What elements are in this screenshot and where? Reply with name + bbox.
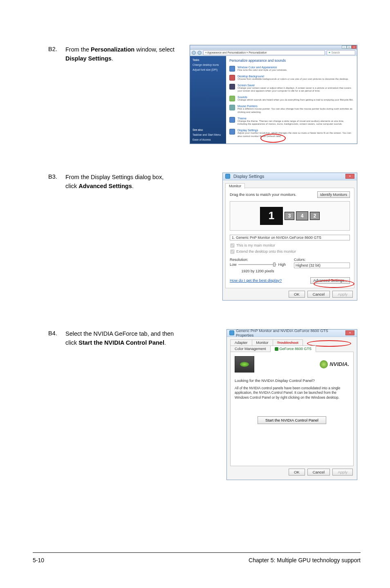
- colors-select[interactable]: Highest (32 bit): [294, 263, 350, 268]
- link-mouse[interactable]: Mouse Pointers: [238, 105, 354, 108]
- sounds-icon: [229, 96, 235, 101]
- tab-monitor[interactable]: Monitor: [225, 183, 245, 189]
- start-nvidia-cp-button[interactable]: Start the NVIDIA Control Panel: [258, 416, 326, 424]
- monitor-tab-panel: Monitor Drag the icons to match your mon…: [225, 188, 354, 288]
- step-b3: B3. From the Display Settings dialog box…: [48, 173, 357, 301]
- desktop-bg-icon: [229, 75, 235, 81]
- ok-button[interactable]: OK: [289, 291, 305, 298]
- link-desktop-bg[interactable]: Desktop Background: [238, 75, 354, 78]
- nvidia-properties-dialog: Generic PnP Monitor and NVIDIA GeForce 8…: [226, 329, 357, 480]
- sidebar-heading: Tasks: [193, 58, 224, 61]
- monitor-1[interactable]: 1: [260, 207, 283, 225]
- link-theme[interactable]: Theme: [238, 117, 354, 120]
- ok-button[interactable]: OK: [289, 469, 305, 476]
- resolution-slider[interactable]: Low High: [230, 263, 286, 267]
- step-number: B3.: [48, 173, 65, 182]
- close-button[interactable]: ×: [345, 330, 354, 335]
- nav-fwd-icon[interactable]: [197, 51, 202, 55]
- apply-button[interactable]: Apply: [332, 291, 353, 298]
- nvidia-logo: NVIDIA.: [320, 360, 349, 368]
- checkbox-main-monitor: This is my main monitor: [230, 243, 350, 248]
- close-button[interactable]: ×: [352, 45, 356, 49]
- step-number: B2.: [48, 45, 65, 54]
- monitor-select[interactable]: 1. Generic PnP Monitor on NVIDIA GeForce…: [230, 235, 350, 240]
- help-link[interactable]: How do I get the best display?: [230, 278, 282, 283]
- sidebar-heading: See also: [193, 128, 224, 131]
- window-color-icon: [229, 66, 235, 72]
- tab-adapter[interactable]: Adapter: [230, 339, 252, 346]
- description-text: All of the NVIDIA control panels have be…: [235, 386, 349, 400]
- window-titlebar: – □ ×: [190, 45, 357, 49]
- sidebar: Tasks Change desktop icons Adjust font s…: [190, 56, 226, 144]
- screensaver-icon: [229, 84, 235, 90]
- colors-label: Colors:: [294, 258, 350, 262]
- window-icon: [225, 174, 230, 179]
- sidebar-link[interactable]: Taskbar and Start Menu: [193, 133, 224, 136]
- page-number: 5-10: [33, 557, 44, 563]
- nvidia-icon: [275, 347, 278, 351]
- link-window-color[interactable]: Window Color and Appearance: [238, 66, 354, 69]
- checkbox-extend-desktop: Extend the desktop onto this monitor: [230, 249, 350, 254]
- close-button[interactable]: ×: [345, 174, 354, 179]
- tab-color-management[interactable]: Color Management: [230, 346, 271, 352]
- link-sounds[interactable]: Sounds: [238, 96, 354, 99]
- resolution-label: Resolution:: [230, 258, 286, 262]
- cancel-button[interactable]: Cancel: [307, 291, 330, 298]
- dialog-titlebar: Display Settings ×: [223, 173, 357, 180]
- link-screensaver[interactable]: Screen Saver: [238, 84, 354, 87]
- tab-strip: Adapter Monitor Troubleshoot Color Manag…: [230, 339, 354, 352]
- dialog-titlebar: Generic PnP Monitor and NVIDIA GeForce 8…: [227, 330, 357, 337]
- link-display-settings[interactable]: Display Settings: [238, 129, 354, 132]
- drag-label: Drag the icons to match your monitors.: [230, 192, 296, 197]
- display-settings-icon: [229, 129, 235, 135]
- sidebar-link[interactable]: Change desktop icons: [193, 63, 224, 66]
- resolution-value: 1920 by 1200 pixels: [230, 269, 286, 273]
- apply-button[interactable]: Apply: [332, 469, 353, 476]
- step-b4: B4. Select the NVIDIA GeForce tab, and t…: [48, 329, 357, 480]
- page-footer: 5-10 Chapter 5: Multiple GPU technology …: [33, 552, 361, 563]
- chapter-title: Chapter 5: Multiple GPU technology suppo…: [249, 557, 361, 563]
- step-text: From the Personalization window, select …: [65, 45, 180, 63]
- display-settings-dialog: Display Settings × Monitor Drag the icon…: [222, 173, 357, 301]
- monitor-4[interactable]: 4: [296, 211, 308, 220]
- monitor-3[interactable]: 3: [285, 212, 294, 220]
- advanced-settings-button[interactable]: Advanced Settings...: [310, 277, 350, 284]
- nvidia-eye-icon: [320, 360, 328, 368]
- mouse-icon: [229, 105, 235, 110]
- breadcrumb[interactable]: « Appearance and Personalization » Perso…: [203, 50, 325, 55]
- cancel-button[interactable]: Cancel: [307, 469, 330, 476]
- panel-heading: Personalize appearance and sounds: [229, 58, 354, 63]
- step-b2: B2. From the Personalization window, sel…: [48, 45, 357, 144]
- monitor-arrangement[interactable]: 1 3 4 2: [230, 201, 350, 231]
- looking-for-label: Looking for the NVIDIA Display Control P…: [235, 378, 349, 383]
- monitor-2[interactable]: 2: [310, 212, 320, 220]
- tab-geforce[interactable]: GeForce 8600 GTS: [270, 346, 316, 352]
- step-text: Select the NVIDIA GeForce tab, and then …: [65, 329, 180, 348]
- theme-icon: [229, 117, 235, 123]
- minimize-button[interactable]: –: [342, 45, 347, 49]
- sidebar-link[interactable]: Ease of Access: [193, 138, 224, 141]
- tab-troubleshoot[interactable]: Troubleshoot: [273, 339, 303, 346]
- address-bar: « Appearance and Personalization » Perso…: [190, 49, 357, 56]
- main-panel: Personalize appearance and sounds Window…: [226, 56, 357, 144]
- gpu-chip-icon: [235, 356, 254, 373]
- maximize-button[interactable]: □: [347, 45, 352, 49]
- nav-back-icon[interactable]: [192, 51, 196, 55]
- window-icon: [229, 330, 234, 335]
- geforce-tab-panel: NVIDIA. Looking for the NVIDIA Display C…: [230, 352, 354, 466]
- step-number: B4.: [48, 329, 65, 338]
- step-text: From the Display Settings dialog box, cl…: [65, 173, 180, 191]
- tab-monitor[interactable]: Monitor: [252, 339, 273, 346]
- personalization-window: – □ × « Appearance and Personalization »…: [190, 45, 357, 144]
- search-input[interactable]: ✦ Search: [327, 50, 355, 55]
- identify-monitors-button[interactable]: Identify Monitors: [317, 191, 350, 198]
- sidebar-link[interactable]: Adjust font size (DPI): [193, 68, 224, 71]
